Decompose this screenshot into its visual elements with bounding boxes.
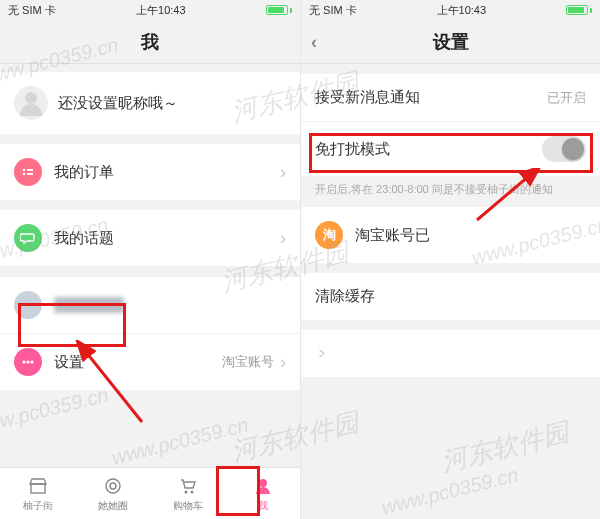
battery-icon (566, 5, 592, 15)
blurred-label (54, 297, 124, 313)
row-label: 清除缓存 (315, 287, 375, 306)
me-icon (252, 475, 274, 497)
svg-rect-7 (31, 484, 45, 493)
back-icon[interactable]: ‹ (311, 31, 317, 52)
navbar-settings: ‹ 设置 (301, 20, 600, 64)
blurred-icon (14, 291, 42, 319)
profile-row[interactable]: 还没设置昵称哦～ (0, 72, 300, 134)
chevron-right-icon: › (280, 228, 286, 249)
chevron-right-icon: › (280, 162, 286, 183)
chevron-right-icon: › (280, 352, 286, 373)
profile-nickname: 还没设置昵称哦～ (58, 94, 178, 113)
svg-point-8 (106, 479, 120, 493)
settings-icon (14, 348, 42, 376)
taobao-icon: 淘 (315, 221, 343, 249)
navbar-me: 我 (0, 20, 300, 64)
store-icon (27, 475, 49, 497)
row-label: 接受新消息通知 (315, 88, 420, 107)
row-dnd-mode[interactable]: 免打扰模式 (301, 121, 600, 176)
tab-label: 我 (258, 499, 268, 513)
svg-point-4 (22, 360, 25, 363)
carrier-text: 无 SIM 卡 (8, 3, 56, 18)
page-title: 设置 (433, 30, 469, 54)
row-label: 设置 (54, 353, 222, 372)
svg-point-5 (26, 360, 29, 363)
phone-left: 无 SIM 卡 上午10:43 我 还没设置昵称哦～ (0, 0, 300, 519)
tab-tataquan[interactable]: 她她圈 (75, 468, 150, 519)
tab-youzijie[interactable]: 柚子街 (0, 468, 75, 519)
battery-icon (266, 5, 292, 15)
svg-rect-2 (27, 169, 33, 171)
tab-me[interactable]: 我 (225, 468, 300, 519)
svg-point-6 (30, 360, 33, 363)
dnd-hint: 开启后,将在 23:00-8:00 间是不接受柚子街的通知 (301, 176, 600, 207)
circle-icon (102, 475, 124, 497)
status-time: 上午10:43 (136, 3, 186, 18)
phone-right: 无 SIM 卡 上午10:43 ‹ 设置 接受新消息通知 已开启 免打扰模式 (300, 0, 600, 519)
tab-label: 她她圈 (98, 499, 128, 513)
svg-point-1 (23, 173, 26, 176)
row-extra[interactable]: ﹥ (301, 330, 600, 377)
row-settings[interactable]: 设置 淘宝账号 › (0, 333, 300, 390)
carrier-text: 无 SIM 卡 (309, 3, 357, 18)
dnd-toggle[interactable] (542, 136, 586, 162)
row-notifications[interactable]: 接受新消息通知 已开启 (301, 74, 600, 121)
row-blurred[interactable] (0, 276, 300, 333)
row-right-text: 淘宝账号 (222, 353, 274, 371)
svg-point-10 (184, 490, 187, 493)
row-label: 淘宝账号已 (355, 226, 586, 245)
status-text: 已开启 (547, 89, 586, 107)
svg-point-12 (259, 479, 267, 487)
row-taobao-account[interactable]: 淘 淘宝账号已 (301, 207, 600, 263)
topics-icon (14, 224, 42, 252)
row-label: 我的订单 (54, 163, 280, 182)
status-bar: 无 SIM 卡 上午10:43 (0, 0, 300, 20)
status-bar: 无 SIM 卡 上午10:43 (301, 0, 600, 20)
svg-point-11 (190, 490, 193, 493)
svg-rect-3 (27, 173, 33, 175)
row-label: 免打扰模式 (315, 140, 390, 159)
row-clear-cache[interactable]: 清除缓存 (301, 273, 600, 320)
avatar-icon (14, 86, 48, 120)
svg-point-9 (110, 483, 116, 489)
row-label: ﹥ (315, 344, 330, 363)
tab-cart[interactable]: 购物车 (150, 468, 225, 519)
tab-label: 柚子街 (23, 499, 53, 513)
page-title: 我 (141, 30, 159, 54)
cart-icon (177, 475, 199, 497)
orders-icon (14, 158, 42, 186)
status-time: 上午10:43 (437, 3, 487, 18)
tab-label: 购物车 (173, 499, 203, 513)
row-my-topics[interactable]: 我的话题 › (0, 210, 300, 266)
svg-point-0 (23, 169, 26, 172)
row-my-orders[interactable]: 我的订单 › (0, 144, 300, 200)
tab-bar: 柚子街 她她圈 购物车 我 (0, 467, 300, 519)
row-label: 我的话题 (54, 229, 280, 248)
